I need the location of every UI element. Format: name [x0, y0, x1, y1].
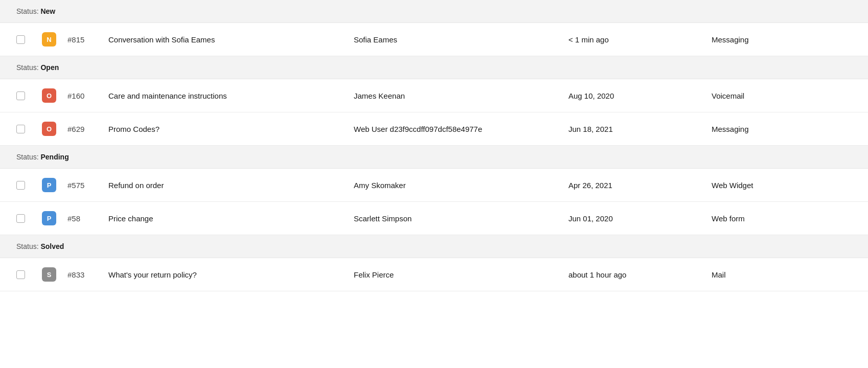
ticket-channel: Web form [712, 214, 852, 223]
ticket-channel: Voicemail [712, 91, 852, 100]
status-label-prefix: Status: [16, 7, 40, 15]
ticket-id: #629 [67, 125, 108, 133]
ticket-title[interactable]: What's your return policy? [108, 270, 354, 279]
status-badge-pending: P [42, 211, 56, 225]
ticket-contact[interactable]: Sofia Eames [354, 35, 568, 44]
ticket-time: < 1 min ago [568, 35, 712, 44]
checkbox-cell [16, 270, 42, 279]
status-badge-pending: P [42, 178, 56, 192]
status-badge-solved: S [42, 267, 56, 282]
ticket-time: Jun 01, 2020 [568, 214, 712, 223]
checkbox-cell [16, 35, 42, 44]
ticket-title[interactable]: Care and maintenance instructions [108, 91, 354, 100]
table-row[interactable]: P #575 Refund on order Amy Skomaker Apr … [0, 169, 868, 202]
status-value: Open [40, 63, 59, 72]
row-checkbox[interactable] [16, 181, 25, 190]
status-header-solved: Status: Solved [0, 235, 868, 258]
ticket-id: #160 [67, 91, 108, 100]
row-checkbox[interactable] [16, 125, 25, 133]
badge-cell: P [42, 178, 67, 192]
ticket-channel: Messaging [712, 35, 852, 44]
badge-cell: P [42, 211, 67, 225]
row-checkbox[interactable] [16, 91, 25, 100]
ticket-contact[interactable]: James Keenan [354, 91, 568, 100]
ticket-channel: Mail [712, 270, 852, 279]
status-label-prefix: Status: [16, 153, 40, 161]
table-row[interactable]: S #833 What's your return policy? Felix … [0, 258, 868, 291]
ticket-title[interactable]: Refund on order [108, 181, 354, 190]
checkbox-cell [16, 91, 42, 100]
ticket-time: Apr 26, 2021 [568, 181, 712, 190]
checkbox-cell [16, 125, 42, 133]
status-value: Solved [40, 242, 64, 250]
table-row[interactable]: O #629 Promo Codes? Web User d23f9ccdff0… [0, 112, 868, 146]
ticket-channel: Web Widget [712, 181, 852, 190]
ticket-contact[interactable]: Scarlett Simpson [354, 214, 568, 223]
status-label-prefix: Status: [16, 242, 40, 250]
row-checkbox[interactable] [16, 214, 25, 223]
table-row[interactable]: O #160 Care and maintenance instructions… [0, 79, 868, 112]
status-value: Pending [40, 153, 68, 161]
ticket-channel: Messaging [712, 125, 852, 133]
ticket-contact[interactable]: Web User d23f9ccdff097dcf58e4977e [354, 125, 568, 133]
status-badge-open: O [42, 122, 56, 136]
badge-cell: O [42, 122, 67, 136]
status-header-open: Status: Open [0, 56, 868, 79]
ticket-time: Aug 10, 2020 [568, 91, 712, 100]
row-checkbox[interactable] [16, 35, 25, 44]
ticket-time: Jun 18, 2021 [568, 125, 712, 133]
badge-cell: O [42, 88, 67, 103]
status-header-pending: Status: Pending [0, 146, 868, 169]
ticket-id: #575 [67, 181, 108, 190]
status-badge-open: O [42, 88, 56, 103]
status-label-prefix: Status: [16, 63, 40, 72]
badge-cell: S [42, 267, 67, 282]
ticket-contact[interactable]: Felix Pierce [354, 270, 568, 279]
ticket-id: #58 [67, 214, 108, 223]
checkbox-cell [16, 214, 42, 223]
status-header-new: Status: New [0, 0, 868, 23]
ticket-contact[interactable]: Amy Skomaker [354, 181, 568, 190]
table-row[interactable]: N #815 Conversation with Sofia Eames Sof… [0, 23, 868, 56]
status-badge-new: N [42, 32, 56, 47]
status-value: New [40, 7, 55, 15]
ticket-title[interactable]: Price change [108, 214, 354, 223]
badge-cell: N [42, 32, 67, 47]
checkbox-cell [16, 181, 42, 190]
row-checkbox[interactable] [16, 270, 25, 279]
ticket-title[interactable]: Conversation with Sofia Eames [108, 35, 354, 44]
table-row[interactable]: P #58 Price change Scarlett Simpson Jun … [0, 202, 868, 235]
ticket-id: #833 [67, 270, 108, 279]
ticket-id: #815 [67, 35, 108, 44]
conversations-table: Status: New N #815 Conversation with Sof… [0, 0, 868, 368]
ticket-time: about 1 hour ago [568, 270, 712, 279]
ticket-title[interactable]: Promo Codes? [108, 125, 354, 133]
